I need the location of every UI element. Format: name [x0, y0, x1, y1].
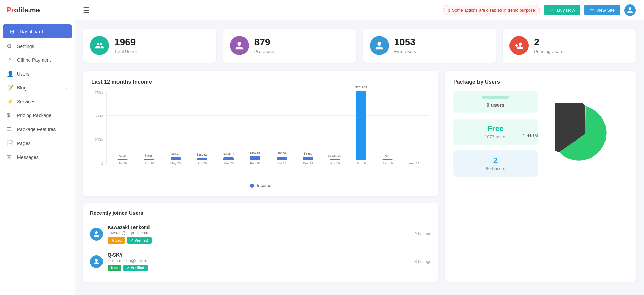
sidebar-nav: ⊞ Dashboard ⚙ Settings 🖨 Offline Payment…: [0, 20, 75, 295]
sidebar-item-label: Pages: [17, 141, 31, 146]
chart-bars: $490Jul 20$1900Jun 20$9717May 20$4526.6A…: [107, 91, 430, 165]
user-name: Kawazaki Tenkomi: [108, 225, 410, 230]
chart-bar: $8850: [277, 157, 287, 160]
chart-bar-wrap: $8380Dec 19: [295, 91, 321, 165]
pkg-9-count: 9 users: [459, 102, 532, 108]
user-info: Kawazaki Tenkomikawaza@ki.gmail.com★ pro…: [108, 225, 410, 244]
badge-pro: ★ pro: [108, 237, 125, 244]
chart-container: 750k 500k 250k 0: [91, 91, 430, 179]
chart-bar: $4526.6: [197, 158, 207, 160]
chart-y-labels: 750k 500k 250k 0: [91, 91, 105, 165]
chart-bar: $2433.79: [330, 159, 340, 160]
sidebar-item-label: Offline Payment: [17, 57, 51, 63]
package-title: Package by Users: [453, 79, 628, 85]
chart-bar-wrap: $9717May 20: [162, 91, 189, 165]
view-site-button[interactable]: 👁 View Site: [584, 5, 620, 15]
sidebar-item-pages[interactable]: 📄 Pages: [0, 136, 75, 150]
pro-users-info: 879 Pro Users: [254, 37, 274, 54]
user-avatar[interactable]: [624, 4, 636, 16]
sidebar-item-label: Blog: [17, 85, 27, 91]
chart-bar-wrap: $1900Jun 20: [136, 91, 162, 165]
free-users-info: 1053 Free Users: [394, 37, 416, 54]
sidebar-item-label: Users: [17, 71, 30, 77]
user-badges: free✓ Verified: [108, 265, 410, 271]
sidebar-item-label: Pricing Package: [17, 113, 51, 118]
sidebar-item-settings[interactable]: ⚙ Settings: [0, 39, 75, 53]
legend-label: Income: [257, 183, 271, 188]
chart-bar-wrap: $701983Oct 19: [348, 91, 374, 165]
sidebar-item-label: Package Features: [17, 127, 56, 132]
dashboard-icon: ⊞: [10, 28, 16, 35]
legend-dot: [250, 184, 254, 188]
sidebar-item-label: Dashboard: [20, 29, 43, 34]
chart-bar-wrap: $490Jul 20: [109, 91, 136, 165]
chart-bar: $701983: [356, 91, 366, 160]
free-users-number: 1053: [394, 37, 416, 48]
chart-bar: $1900: [144, 159, 154, 160]
total-users-icon: [90, 36, 109, 55]
free-users-icon: [370, 36, 389, 55]
recent-users-list: Kawazaki Tenkomikawaza@ki.gmail.com★ pro…: [90, 220, 431, 275]
total-users-label: Total Users: [114, 49, 137, 54]
user-email: kawaza@ki.gmail.com: [108, 231, 410, 235]
stat-card-free-users: 1053 Free Users: [363, 29, 496, 63]
logo-accent: Pr: [7, 6, 14, 14]
left-column: Last 12 months Income 750k 500k 250k 0: [83, 71, 438, 282]
blog-icon: 📝: [7, 84, 14, 91]
sidebar-item-users[interactable]: 👤 Users: [0, 67, 75, 81]
main-area: ☰ ℹ Some actions are disabled in demo pu…: [75, 0, 644, 295]
sidebar-item-label: Messages: [17, 154, 39, 160]
user-time: 2 hrs ago: [414, 232, 431, 236]
chart-bar-wrap: $2433.79Nov 19: [321, 91, 348, 165]
sidebar-item-package-features[interactable]: ☰ Package Features: [0, 122, 75, 136]
settings-icon: ⚙: [7, 43, 14, 49]
demo-notice-text: Some actions are disabled in demo purpos…: [452, 8, 535, 13]
chart-bar: $9717: [171, 157, 181, 160]
user-row: Kawazaki Tenkomikawaza@ki.gmail.com★ pro…: [90, 220, 431, 248]
pending-users-icon: [509, 36, 529, 55]
sidebar-item-dashboard[interactable]: ⊞ Dashboard: [3, 24, 72, 38]
user-time: 3 hrs ago: [414, 259, 431, 264]
user-row: Q-SKYkirill_smetkin@mail.rufree✓ Verifie…: [90, 248, 431, 275]
package-item-free: Free 1073 users: [453, 119, 538, 145]
buy-now-button[interactable]: 🛒 Buy Now: [544, 5, 580, 15]
sidebar-item-label: Services: [17, 99, 35, 104]
chart-bar: $10355: [250, 156, 260, 160]
pkg-2-users: 864 users: [459, 166, 532, 171]
stat-card-pro-users: 879 Pro Users: [223, 29, 356, 63]
pro-users-icon: [230, 36, 249, 55]
hamburger-icon[interactable]: ☰: [83, 6, 89, 14]
badge-free: free: [108, 265, 121, 271]
sidebar-item-pricing-package[interactable]: $ Pricing Package: [0, 109, 75, 122]
recent-users-card: Recently joined Users Kawazaki Tenkomika…: [83, 203, 438, 282]
user-info: Q-SKYkirill_smetkin@mail.rufree✓ Verifie…: [108, 252, 410, 271]
chart-bar-wrap: $7541.7Mar 20: [215, 91, 242, 165]
pkg-free-users: 1073 users: [459, 134, 532, 140]
header: ☰ ℹ Some actions are disabled in demo pu…: [75, 0, 644, 20]
services-icon: ⚡: [7, 98, 14, 105]
pro-users-label: Pro Users: [254, 49, 274, 54]
package-features-icon: ☰: [7, 126, 14, 132]
sidebar-item-blog[interactable]: 📝 Blog ›: [0, 81, 75, 95]
pro-users-number: 879: [254, 37, 274, 48]
income-chart-card: Last 12 months Income 750k 500k 250k 0: [83, 71, 438, 196]
sidebar-item-offline-payment[interactable]: 🖨 Offline Payment: [0, 53, 75, 67]
sidebar-item-services[interactable]: ⚡ Services: [0, 95, 75, 109]
pending-users-info: 2 Pending Users: [534, 37, 563, 54]
total-users-info: 1969 Total Users: [114, 37, 137, 54]
user-avatar-small: [90, 228, 103, 241]
messages-icon: ✉: [7, 154, 14, 160]
pkg-free-label: Free: [459, 124, 532, 133]
sidebar-item-messages[interactable]: ✉ Messages: [0, 150, 75, 164]
stat-card-pending-users: 2 Pending Users: [503, 29, 636, 63]
chart-title: Last 12 months Income: [91, 79, 430, 85]
chevron-right-icon: ›: [66, 85, 68, 90]
pkg-2-count: 2: [459, 156, 532, 165]
package-item-2: 2 864 users: [453, 150, 538, 177]
stats-grid: 1969 Total Users 879 Pro Users 1053: [83, 29, 636, 63]
chart-area: $490Jul 20$1900Jun 20$9717May 20$4526.6A…: [106, 91, 430, 165]
users-icon: 👤: [7, 70, 14, 77]
demo-notice: ℹ Some actions are disabled in demo purp…: [443, 5, 540, 15]
eye-icon: 👁: [590, 7, 594, 13]
sidebar-item-label: Settings: [17, 44, 34, 49]
